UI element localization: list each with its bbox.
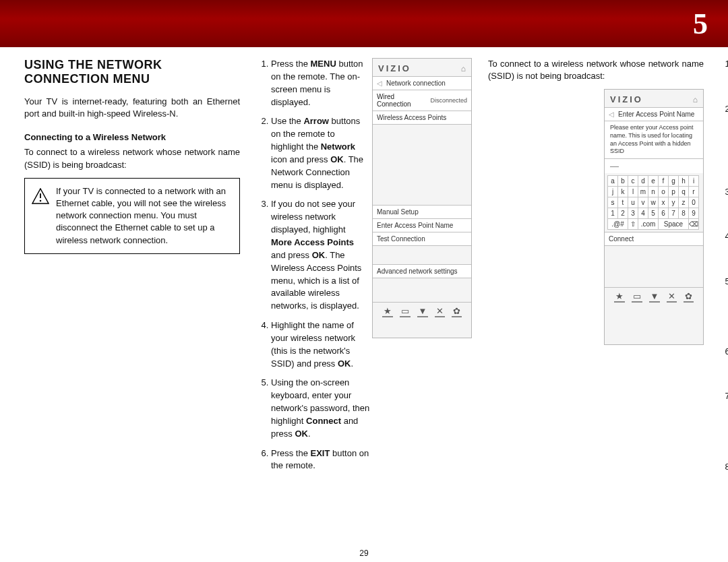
key: z <box>679 197 689 208</box>
close-icon: ✕ <box>435 307 445 317</box>
key: t <box>618 197 628 208</box>
key: 7 <box>669 208 679 219</box>
panel-title: Network connection <box>386 80 446 87</box>
key: n <box>648 187 659 197</box>
key: .com <box>638 219 659 230</box>
key: r <box>689 187 699 197</box>
rect-icon: ▭ <box>632 292 642 303</box>
manual-setup: Manual Setup <box>377 208 419 216</box>
step-item: Using the on-screen keyboard, enter your… <box>271 377 375 440</box>
lead-not-broadcast: To connect to a wireless network whose n… <box>488 58 704 82</box>
page-body: USING THE NETWORK CONNECTION MENU Your T… <box>0 47 728 542</box>
input-field-blank: — <box>605 158 703 173</box>
key: k <box>618 187 628 197</box>
key: o <box>659 187 669 197</box>
onscreen-keyboard: abcdefghijklmnopqrstuvwxyz0123456789.@#⇧… <box>607 175 699 230</box>
enter-ap-name: Enter Access Point Name <box>377 222 453 229</box>
lead-broadcast: To connect to a wireless network whose n… <box>24 146 240 170</box>
key: 4 <box>638 208 648 219</box>
key: ⌫ <box>689 219 699 230</box>
key: Space <box>659 219 689 230</box>
panel-instructions: Please enter your Access point name. Thi… <box>605 121 703 158</box>
steps-broadcast: Press the MENU button on the remote. The… <box>256 58 375 472</box>
step-item: Highlight the name of your wireless netw… <box>271 319 375 370</box>
key: a <box>608 176 618 187</box>
star-icon: ★ <box>382 307 393 317</box>
svg-point-1 <box>40 199 42 201</box>
chapter-number: 5 <box>693 7 708 41</box>
key: y <box>669 197 679 208</box>
star-icon: ★ <box>614 292 625 303</box>
home-icon: ⌂ <box>461 64 466 73</box>
key: q <box>679 187 689 197</box>
wireless-ap-label: Wireless Access Points <box>377 114 446 121</box>
back-arrow-icon: ◁ <box>377 80 382 87</box>
warning-text: If your TV is connected to a network wit… <box>56 186 226 245</box>
test-connection: Test Connection <box>377 235 425 243</box>
key: 0 <box>689 197 699 208</box>
close-icon: ✕ <box>667 292 677 303</box>
key: 6 <box>659 208 669 219</box>
back-arrow-icon: ◁ <box>609 111 614 118</box>
warning-icon <box>32 188 49 204</box>
intro-paragraph: Your TV is internet-ready, featuring bot… <box>24 96 240 120</box>
key: g <box>669 176 679 187</box>
page-title: USING THE NETWORK CONNECTION MENU <box>24 58 240 86</box>
step-item: Press the MENU button on the remote. The… <box>271 58 375 108</box>
key: 3 <box>628 208 638 219</box>
page-number: 29 <box>0 549 728 558</box>
advanced-settings: Advanced network settings <box>377 268 458 275</box>
gear-icon: ✿ <box>452 307 462 317</box>
wired-status: Disconnected <box>430 97 467 104</box>
key: 2 <box>618 208 628 219</box>
key: m <box>638 187 648 197</box>
key: b <box>618 176 628 187</box>
key: d <box>638 176 648 187</box>
step-item: Press the EXIT button on the remote. <box>271 447 375 473</box>
rect-icon: ▭ <box>400 307 411 317</box>
key: .@# <box>608 219 628 230</box>
down-icon: ▼ <box>649 292 661 303</box>
key: p <box>669 187 679 197</box>
key: i <box>689 176 699 187</box>
key: v <box>638 197 648 208</box>
connect-button: Connect <box>609 235 634 243</box>
key: u <box>628 197 638 208</box>
key: 1 <box>608 208 618 219</box>
panel-footer-icons: ★ ▭ ▼ ✕ ✿ <box>373 302 471 321</box>
key: h <box>679 176 689 187</box>
warning-box: If your TV is connected to a network wit… <box>24 178 240 254</box>
key: f <box>659 176 669 187</box>
subheading-wireless: Connecting to a Wireless Network <box>24 132 240 142</box>
steps-not-broadcast: Press the MENU button on the remote. The… <box>720 58 728 486</box>
key: 5 <box>648 208 659 219</box>
tv-screenshot-network: VIZIO ⌂ ◁ Network connection Wired Conne… <box>372 58 472 338</box>
gear-icon: ✿ <box>684 292 694 303</box>
step-item: Use the Arrow buttons on the remote to h… <box>271 115 375 191</box>
key: x <box>659 197 669 208</box>
key: 8 <box>679 208 689 219</box>
tv-screenshot-keyboard: VIZIO ⌂ ◁ Enter Access Point Name Please… <box>604 89 704 345</box>
key: s <box>608 197 618 208</box>
panel-title: Enter Access Point Name <box>618 111 694 118</box>
panel-footer-icons: ★ ▭ ▼ ✕ ✿ <box>605 287 703 307</box>
key: w <box>648 197 659 208</box>
chapter-banner: 5 <box>0 0 728 47</box>
home-icon: ⌂ <box>693 95 698 104</box>
key: e <box>648 176 659 187</box>
down-icon: ▼ <box>417 307 429 317</box>
vizio-logo: VIZIO <box>378 63 411 73</box>
key: l <box>628 187 638 197</box>
key: j <box>608 187 618 197</box>
step-item: If you do not see your wireless network … <box>271 198 375 313</box>
vizio-logo: VIZIO <box>610 94 643 104</box>
key: 9 <box>689 208 699 219</box>
key: c <box>628 176 638 187</box>
key: ⇧ <box>628 219 638 230</box>
wired-label: Wired Connection <box>377 93 430 108</box>
